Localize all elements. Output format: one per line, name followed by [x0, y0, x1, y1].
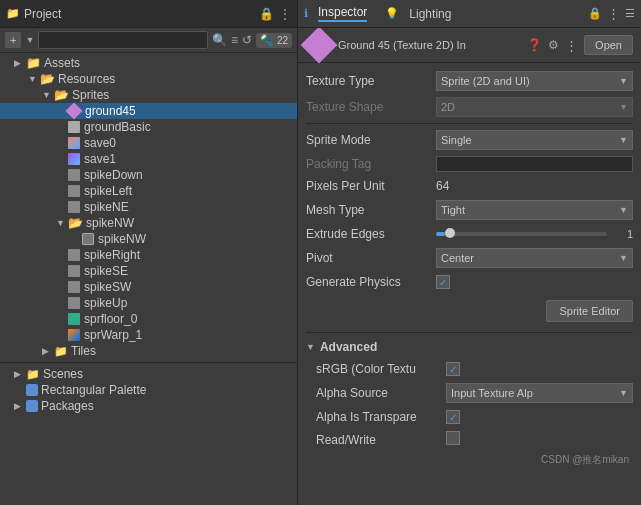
pivot-label: Pivot — [306, 251, 436, 265]
generate-physics-label: Generate Physics — [306, 275, 436, 289]
filter-icon[interactable]: ≡ — [231, 33, 238, 47]
sprite-mode-row: Sprite Mode Single ▼ — [306, 127, 633, 153]
top-tab-bar: 📁 Project 🔒 ⋮ ℹ Inspector 💡 Lighting 🔒 ⋮… — [0, 0, 641, 28]
watermark: CSDN @推名mikan — [306, 451, 633, 469]
tree-item-resources[interactable]: ▼ 📂 Resources — [0, 71, 297, 87]
read-write-checkbox[interactable] — [446, 431, 460, 445]
asset-diamond-icon — [301, 28, 338, 63]
advanced-section-header[interactable]: ▼ Advanced — [306, 336, 633, 358]
mesh-type-label: Mesh Type — [306, 203, 436, 217]
alpha-transparent-checkbox[interactable] — [446, 410, 460, 424]
tree-item-spikeNW-child[interactable]: spikeNW — [0, 231, 297, 247]
tree-item-rect-palette[interactable]: Rectangular Palette — [0, 382, 297, 398]
inspector-body: Texture Type Sprite (2D and UI) ▼ Textur… — [298, 63, 641, 505]
tree-item-groundBasic[interactable]: groundBasic — [0, 119, 297, 135]
tree-item-packages[interactable]: ▶ Packages — [0, 398, 297, 414]
tree-item-spikeSE[interactable]: spikeSE — [0, 263, 297, 279]
lock-icon[interactable]: 🔒 — [259, 7, 274, 21]
tree-item-assets[interactable]: ▶ 📁 Assets — [0, 55, 297, 71]
dropdown-arrow-sprite-mode: ▼ — [619, 135, 628, 145]
search-input[interactable] — [38, 31, 208, 49]
open-button[interactable]: Open — [584, 35, 633, 55]
badge-count: 🔦 22 — [256, 33, 292, 48]
asset-title: Ground 45 (Texture 2D) In — [338, 39, 521, 51]
add-dropdown-icon[interactable]: ▼ — [25, 35, 34, 45]
read-write-label: Read/Write — [316, 433, 446, 447]
sprite-editor-button[interactable]: Sprite Editor — [546, 300, 633, 322]
lighting-tab-label[interactable]: Lighting — [409, 7, 451, 21]
sprite-mode-label: Sprite Mode — [306, 133, 436, 147]
tree-item-spikeDown[interactable]: spikeDown — [0, 167, 297, 183]
dropdown-arrow-texture-shape: ▼ — [619, 102, 628, 112]
alpha-transparent-label: Alpha Is Transpare — [316, 410, 446, 424]
srgb-checkbox[interactable] — [446, 362, 460, 376]
texture-type-label: Texture Type — [306, 74, 436, 88]
help-icon[interactable]: ❓ — [527, 38, 542, 52]
tree-item-spikeLeft[interactable]: spikeLeft — [0, 183, 297, 199]
divider1 — [306, 123, 633, 124]
refresh-icon[interactable]: ↺ — [242, 33, 252, 47]
srgb-row: sRGB (Color Textu — [306, 358, 633, 380]
inspector-tab-label[interactable]: Inspector — [318, 5, 367, 22]
generate-physics-row: Generate Physics — [306, 271, 633, 293]
inspector-menu-icon[interactable]: ☰ — [625, 7, 635, 20]
mesh-type-dropdown[interactable]: Tight ▼ — [436, 200, 633, 220]
tree-item-spikeSW[interactable]: spikeSW — [0, 279, 297, 295]
inspector-lock-icon[interactable]: 🔒 — [588, 7, 602, 20]
read-write-row: Read/Write — [306, 428, 633, 451]
texture-type-dropdown[interactable]: Sprite (2D and UI) ▼ — [436, 71, 633, 91]
dropdown-arrow-pivot: ▼ — [619, 253, 628, 263]
search-icon[interactable]: 🔍 — [212, 33, 227, 47]
project-tab-label[interactable]: Project — [24, 7, 61, 21]
add-button[interactable]: + — [5, 32, 21, 48]
sprite-mode-dropdown[interactable]: Single ▼ — [436, 130, 633, 150]
generate-physics-checkbox[interactable] — [436, 275, 450, 289]
dropdown-arrow-mesh-type: ▼ — [619, 205, 628, 215]
alpha-source-dropdown[interactable]: Input Texture Alp ▼ — [446, 383, 633, 403]
tree-item-tiles[interactable]: ▶ 📁 Tiles — [0, 343, 297, 359]
project-tree: ▶ 📁 Assets ▼ 📂 Resources ▼ 📂 Sprites — [0, 53, 297, 505]
inspector-settings-icon[interactable]: ⚙ — [548, 38, 559, 52]
lighting-tab-icon: 💡 — [385, 7, 399, 20]
packing-tag-row: Packing Tag — [306, 153, 633, 175]
project-panel: + ▼ 🔍 ≡ ↺ 🔦 22 ▶ 📁 Assets ▼ 📂 — [0, 28, 298, 505]
packing-tag-input[interactable] — [436, 156, 633, 172]
extrude-edges-slider[interactable]: 1 — [436, 228, 633, 240]
tree-item-spikeRight[interactable]: spikeRight — [0, 247, 297, 263]
tree-item-sprfloor[interactable]: sprfloor_0 — [0, 311, 297, 327]
tree-item-spikeUp[interactable]: spikeUp — [0, 295, 297, 311]
tree-item-scenes[interactable]: ▶ 📁 Scenes — [0, 366, 297, 382]
srgb-label: sRGB (Color Textu — [316, 362, 446, 376]
tree-item-sprites[interactable]: ▼ 📂 Sprites — [0, 87, 297, 103]
texture-type-row: Texture Type Sprite (2D and UI) ▼ — [306, 68, 633, 94]
extrude-edges-row: Extrude Edges 1 — [306, 223, 633, 245]
dropdown-arrow-alpha-source: ▼ — [619, 388, 628, 398]
tree-item-ground45[interactable]: ground45 — [0, 103, 297, 119]
tree-item-save0[interactable]: save0 — [0, 135, 297, 151]
more-icon[interactable]: ⋮ — [279, 7, 291, 21]
texture-shape-label: Texture Shape — [306, 100, 436, 114]
texture-shape-dropdown[interactable]: 2D ▼ — [436, 97, 633, 117]
alpha-source-row: Alpha Source Input Texture Alp ▼ — [306, 380, 633, 406]
inspector-panel: Ground 45 (Texture 2D) In ❓ ⚙ ⋮ Open Tex… — [298, 28, 641, 505]
pixels-per-unit-label: Pixels Per Unit — [306, 179, 436, 193]
inspector-asset-header: Ground 45 (Texture 2D) In ❓ ⚙ ⋮ Open — [298, 28, 641, 63]
pivot-row: Pivot Center ▼ — [306, 245, 633, 271]
packing-tag-field[interactable] — [436, 156, 633, 172]
pixels-per-unit-value: 64 — [436, 179, 633, 193]
project-toolbar: + ▼ 🔍 ≡ ↺ 🔦 22 — [0, 28, 297, 53]
tree-item-spikeNW-folder[interactable]: ▼ 📂 spikeNW — [0, 215, 297, 231]
pixels-per-unit-row: Pixels Per Unit 64 — [306, 175, 633, 197]
inspector-more2-icon[interactable]: ⋮ — [565, 38, 578, 53]
sprite-editor-row: Sprite Editor — [306, 293, 633, 329]
advanced-arrow-icon: ▼ — [306, 342, 315, 352]
dropdown-arrow-texture-type: ▼ — [619, 76, 628, 86]
tree-item-sprWarp[interactable]: sprWarp_1 — [0, 327, 297, 343]
pivot-dropdown[interactable]: Center ▼ — [436, 248, 633, 268]
tree-item-spikeNE[interactable]: spikeNE — [0, 199, 297, 215]
project-tab-icon: 📁 — [6, 7, 20, 20]
main-area: + ▼ 🔍 ≡ ↺ 🔦 22 ▶ 📁 Assets ▼ 📂 — [0, 28, 641, 505]
mesh-type-row: Mesh Type Tight ▼ — [306, 197, 633, 223]
inspector-more-icon[interactable]: ⋮ — [607, 6, 620, 21]
tree-item-save1[interactable]: save1 — [0, 151, 297, 167]
